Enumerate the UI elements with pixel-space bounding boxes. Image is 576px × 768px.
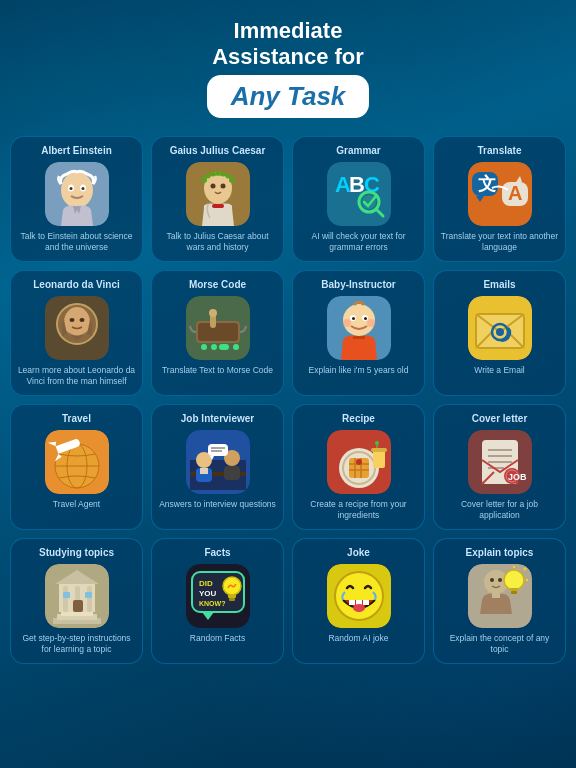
svg-point-127 [353,604,365,612]
header-badge: Any Task [207,75,370,118]
svg-rect-109 [85,592,92,598]
card-grammar[interactable]: Grammar A B C AI will check your text fo… [292,136,425,262]
card-desc-travel: Travel Agent [53,499,100,510]
card-desc-emails: Write a Email [474,365,524,376]
card-desc-facts: Random Facts [190,633,245,644]
svg-point-35 [69,318,74,322]
svg-point-14 [220,171,225,176]
svg-text:DID: DID [199,579,213,588]
svg-text:YOU: YOU [199,589,217,598]
card-icon-explain-topics [468,564,532,628]
svg-text:KNOW?: KNOW? [199,600,225,607]
svg-point-45 [233,344,239,350]
card-explain-topics[interactable]: Explain topics Explain the concept of an… [433,538,566,664]
header-line1: Immediate Assistance for [20,18,556,71]
svg-point-88 [356,459,362,465]
svg-line-138 [524,568,526,570]
svg-point-131 [498,578,502,582]
card-icon-gaius-julius-caesar [186,162,250,226]
card-gaius-julius-caesar[interactable]: Gaius Julius Caesar Talk to Julius Caesa… [151,136,284,262]
card-title-leonardo-da-vinci: Leonardo da Vinci [33,279,120,291]
card-icon-translate: 文 A [468,162,532,226]
card-title-grammar: Grammar [336,145,380,157]
card-job-interviewer[interactable]: Job Interviewer Answers to interview que… [151,404,284,530]
svg-point-34 [64,307,90,337]
card-facts[interactable]: Facts DID YOU KNOW? Random Facts [151,538,284,664]
card-translate[interactable]: Translate 文 A Translate your text into a… [433,136,566,262]
card-icon-travel [45,430,109,494]
card-icon-facts: DID YOU KNOW? [186,564,250,628]
svg-point-52 [343,319,351,327]
svg-point-9 [220,183,225,188]
card-title-translate: Translate [478,145,522,157]
card-desc-recipe: Create a recipe from your ingredients [299,499,418,521]
svg-rect-126 [363,600,369,605]
svg-point-53 [367,319,375,327]
card-icon-cover-letter: JOB [468,430,532,494]
svg-point-87 [375,441,379,445]
svg-point-130 [490,578,494,582]
svg-point-43 [211,344,217,350]
card-morse-code[interactable]: Morse Code Translate Text to Morse Code [151,270,284,396]
card-icon-job-interviewer [186,430,250,494]
svg-point-59 [496,328,504,336]
card-desc-studying-topics: Get step-by-step instructions for learni… [17,633,136,655]
card-icon-grammar: A B C [327,162,391,226]
card-desc-job-interviewer: Answers to interview questions [159,499,276,510]
card-icon-emails [468,296,532,360]
svg-rect-73 [208,444,228,456]
card-icon-studying-topics [45,564,109,628]
svg-rect-86 [371,448,387,452]
card-title-emails: Emails [483,279,515,291]
card-desc-baby-instructor: Explain like i'm 5 years old [309,365,409,376]
card-icon-joke [327,564,391,628]
card-icon-baby-instructor [327,296,391,360]
svg-point-13 [215,170,220,175]
card-joke[interactable]: Joke Random AI joke [292,538,425,664]
card-desc-joke: Random AI joke [328,633,388,644]
svg-rect-119 [228,594,236,598]
svg-point-5 [81,187,84,190]
card-icon-morse-code [186,296,250,360]
card-studying-topics[interactable]: Studying topics Get step-by-step instruc… [10,538,143,664]
card-travel[interactable]: Travel Travel Agent [10,404,143,530]
card-desc-explain-topics: Explain the concept of any topic [440,633,559,655]
card-desc-gaius-julius-caesar: Talk to Julius Caesar about wars and his… [158,231,277,253]
svg-rect-85 [373,450,385,468]
header-badge-text: Any Task [231,81,346,111]
card-leonardo-da-vinci[interactable]: Leonardo da Vinci Learn more about Leona… [10,270,143,396]
svg-rect-72 [224,466,240,480]
card-title-morse-code: Morse Code [189,279,246,291]
card-albert-einstein[interactable]: Albert Einstein Talk to Einstein about s… [10,136,143,262]
svg-point-12 [210,171,215,176]
card-title-albert-einstein: Albert Einstein [41,145,112,157]
svg-rect-107 [73,600,83,612]
card-baby-instructor[interactable]: Baby-Instructor Explain like i'm 5 years… [292,270,425,396]
card-cover-letter[interactable]: Cover letter JOB Cover letter for a job … [433,404,566,530]
svg-rect-135 [510,588,518,591]
card-desc-grammar: AI will check your text for grammar erro… [299,231,418,253]
svg-point-15 [225,173,230,178]
card-emails[interactable]: Emails Write a Email [433,270,566,396]
card-recipe[interactable]: Recipe Create a recipe from your ingredi… [292,404,425,530]
card-title-baby-instructor: Baby-Instructor [321,279,395,291]
svg-rect-120 [229,598,235,601]
card-desc-cover-letter: Cover letter for a job application [440,499,559,521]
svg-rect-106 [87,586,92,612]
card-desc-albert-einstein: Talk to Einstein about science and the u… [17,231,136,253]
svg-point-8 [210,183,215,188]
card-desc-translate: Translate your text into another languag… [440,231,559,253]
cards-grid: Albert Einstein Talk to Einstein about s… [0,128,576,672]
card-title-explain-topics: Explain topics [466,547,534,559]
svg-rect-70 [200,468,208,474]
svg-rect-108 [63,592,70,598]
svg-rect-104 [63,586,68,612]
card-title-travel: Travel [62,413,91,425]
svg-point-16 [229,177,235,183]
card-title-job-interviewer: Job Interviewer [181,413,254,425]
card-title-facts: Facts [204,547,230,559]
card-title-cover-letter: Cover letter [472,413,528,425]
svg-text:文: 文 [478,174,496,194]
svg-rect-44 [219,344,229,350]
svg-point-11 [205,173,210,178]
